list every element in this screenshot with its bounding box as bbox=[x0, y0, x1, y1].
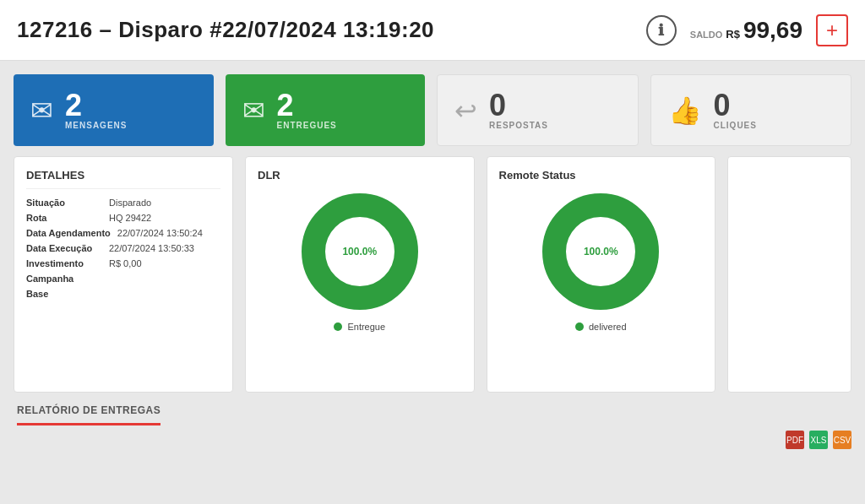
details-title: DETALHES bbox=[26, 169, 220, 189]
dlr-chart-title: DLR bbox=[258, 169, 280, 182]
dlr-legend-dot bbox=[334, 322, 342, 331]
reply-icon: ↩ bbox=[454, 95, 477, 127]
info-icon[interactable]: ℹ bbox=[646, 15, 677, 46]
page-title: 127216 – Disparo #22/07/2024 13:19:20 bbox=[17, 17, 434, 43]
rota-key: Rota bbox=[26, 213, 102, 223]
mail-delivered-icon: ✉ bbox=[242, 95, 265, 127]
saldo-currency: R$ bbox=[726, 28, 740, 41]
details-panel: DETALHES Situação Disparado Rota HQ 2942… bbox=[14, 156, 233, 393]
detail-investimento: Investimento R$ 0,00 bbox=[26, 258, 220, 268]
detail-rota: Rota HQ 29422 bbox=[26, 213, 220, 223]
remote-chart-title: Remote Status bbox=[499, 169, 576, 182]
situacao-value: Disparado bbox=[109, 198, 151, 208]
mail-icon: ✉ bbox=[30, 95, 53, 127]
investimento-key: Investimento bbox=[26, 258, 102, 268]
add-credit-button[interactable]: + bbox=[816, 14, 848, 46]
remote-legend-dot bbox=[575, 322, 584, 331]
data-agendamento-key: Data Agendamento bbox=[26, 228, 111, 238]
detail-data-execucao: Data Execução 22/07/2024 13:50:33 bbox=[26, 243, 220, 253]
cliques-count: 0 bbox=[714, 90, 757, 121]
detail-campanha: Campanha bbox=[26, 274, 220, 284]
stat-respostas: ↩ 0 RESPOSTAS bbox=[437, 74, 639, 146]
xls-export-icon[interactable]: XLS bbox=[809, 431, 828, 449]
cliques-label: CLIQUES bbox=[714, 121, 757, 130]
tab-relatorio-entregas[interactable]: RELATÓRIO DE ENTREGAS bbox=[17, 404, 160, 425]
entregues-count: 2 bbox=[277, 90, 337, 121]
main-content: DETALHES Situação Disparado Rota HQ 2942… bbox=[0, 156, 865, 393]
data-execucao-key: Data Execução bbox=[26, 243, 102, 253]
dlr-chart-panel: DLR 100.0% Entregue bbox=[245, 156, 475, 393]
saldo-section: SALDO R$ 99,69 bbox=[690, 17, 802, 44]
respostas-count: 0 bbox=[489, 90, 548, 121]
stats-row: ✉ 2 MENSAGENS ✉ 2 ENTREGUES ↩ 0 RESPOSTA… bbox=[0, 61, 865, 156]
data-execucao-value: 22/07/2024 13:50:33 bbox=[109, 243, 194, 253]
base-key: Base bbox=[26, 289, 102, 299]
respostas-label: RESPOSTAS bbox=[489, 121, 548, 130]
empty-panel bbox=[727, 156, 851, 393]
rota-value: HQ 29422 bbox=[109, 213, 151, 223]
remote-legend: delivered bbox=[575, 322, 627, 332]
saldo-label: SALDO bbox=[690, 30, 723, 40]
saldo-value: 99,69 bbox=[743, 17, 802, 44]
remote-donut: 100.0% bbox=[537, 188, 664, 315]
situacao-key: Situação bbox=[26, 198, 102, 208]
pdf-export-icon[interactable]: PDF bbox=[786, 431, 804, 449]
detail-situacao: Situação Disparado bbox=[26, 198, 220, 208]
detail-base: Base bbox=[26, 289, 220, 299]
investimento-value: R$ 0,00 bbox=[109, 258, 142, 268]
mensagens-label: MENSAGENS bbox=[65, 121, 127, 130]
stat-mensagens: ✉ 2 MENSAGENS bbox=[14, 74, 214, 146]
footer-tab-bar: RELATÓRIO DE ENTREGAS bbox=[0, 393, 865, 425]
dlr-percentage: 100.0% bbox=[342, 246, 377, 257]
data-agendamento-value: 22/07/2024 13:50:24 bbox=[117, 228, 203, 238]
campanha-key: Campanha bbox=[26, 274, 102, 284]
mensagens-count: 2 bbox=[65, 90, 127, 121]
header: 127216 – Disparo #22/07/2024 13:19:20 ℹ … bbox=[0, 0, 865, 61]
header-right: ℹ SALDO R$ 99,69 + bbox=[646, 14, 848, 46]
detail-data-agendamento: Data Agendamento 22/07/2024 13:50:24 bbox=[26, 228, 220, 238]
dlr-legend-label: Entregue bbox=[347, 322, 385, 332]
entregues-label: ENTREGUES bbox=[277, 121, 337, 130]
bottom-icons: PDF XLS CSV bbox=[0, 425, 865, 454]
stat-cliques: 👍 0 CLIQUES bbox=[650, 74, 852, 146]
remote-legend-label: delivered bbox=[589, 322, 627, 332]
dlr-donut: 100.0% bbox=[296, 188, 423, 315]
remote-percentage: 100.0% bbox=[584, 246, 618, 257]
thumbsup-icon: 👍 bbox=[668, 95, 702, 127]
dlr-legend: Entregue bbox=[334, 322, 385, 332]
remote-chart-panel: Remote Status 100.0% delivered bbox=[487, 156, 716, 393]
stat-entregues: ✉ 2 ENTREGUES bbox=[226, 74, 426, 146]
csv-export-icon[interactable]: CSV bbox=[833, 431, 851, 449]
